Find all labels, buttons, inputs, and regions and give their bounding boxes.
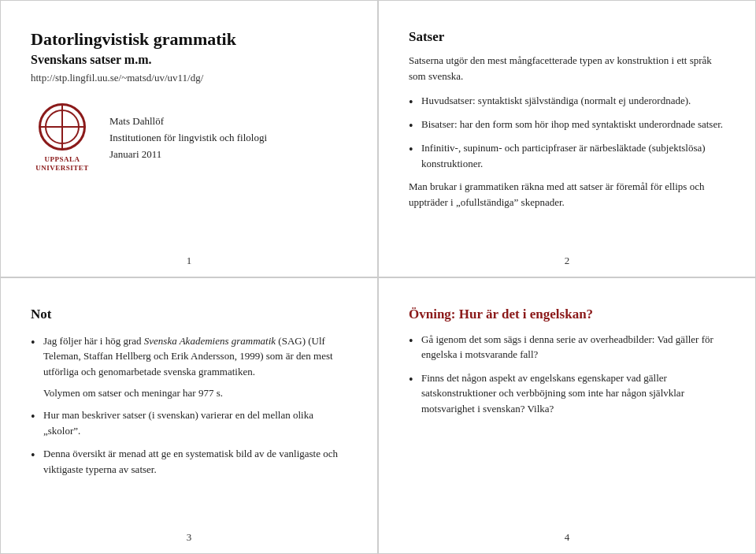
page-4: Övning: Hur är det i engelskan? • Gå ige… <box>378 277 756 555</box>
author-inst: Institutionen för lingvistik och filolog… <box>109 130 267 147</box>
satser-intro: Satserna utgör den mest mångfacetterade … <box>409 53 725 84</box>
bullet-text: Hur man beskriver satser (i svenskan) va… <box>43 407 347 438</box>
bullet-text: Infinitiv-, supinum- och participfraser … <box>421 140 725 171</box>
list-item: • Huvudsatser: syntaktiskt självständiga… <box>409 93 725 109</box>
bullet-text: Huvudsatser: syntaktiskt självständiga (… <box>421 93 691 109</box>
bullet-icon: • <box>409 96 415 109</box>
url-text: http://stp.lingfil.uu.se/~matsd/uv/uv11/… <box>31 72 347 84</box>
list-item: • Jag följer här i hög grad Svenska Akad… <box>31 333 347 380</box>
author-block: UPPSALAUNIVERSITET Mats Dahllöf Institut… <box>31 103 347 173</box>
satser-heading: Satser <box>409 29 725 45</box>
author-name: Mats Dahllöf <box>109 113 267 130</box>
main-title: Datorlingvistisk grammatik <box>31 29 347 50</box>
logo-cross-v <box>61 106 63 148</box>
bullet-text: Bisatser: har den form som hör ihop med … <box>421 117 723 132</box>
bullet-icon: • <box>31 449 37 462</box>
bullet-text: Gå igenom det som sägs i denna serie av … <box>421 332 725 363</box>
list-item: • Gå igenom det som sägs i denna serie a… <box>409 332 725 363</box>
page-3: Not • Jag följer här i hög grad Svenska … <box>0 277 378 555</box>
author-info: Mats Dahllöf Institutionen för lingvisti… <box>109 113 267 162</box>
subtitle: Svenskans satser m.m. <box>31 53 347 67</box>
list-item: • Denna översikt är menad att ge en syst… <box>31 446 347 477</box>
list-item: • Infinitiv-, supinum- och participfrase… <box>409 140 725 171</box>
page-1: Datorlingvistisk grammatik Svenskans sat… <box>0 0 378 277</box>
bullet-icon: • <box>409 335 415 348</box>
logo-block: UPPSALAUNIVERSITET <box>31 103 94 173</box>
bullet-icon: • <box>31 336 37 349</box>
not-bullet-list-2: • Hur man beskriver satser (i svenskan) … <box>31 407 347 477</box>
author-date: Januari 2011 <box>109 147 267 163</box>
bullet-text-before: Jag följer här i hög grad <box>43 335 144 347</box>
page-number-3: 3 <box>187 531 192 544</box>
list-item: • Bisatser: har den form som hör ihop me… <box>409 117 725 132</box>
satser-bullet-list: • Huvudsatser: syntaktiskt självständiga… <box>409 93 725 171</box>
bullet-icon: • <box>409 143 415 156</box>
bullet-text: Finns det någon aspekt av engelskans ege… <box>421 370 725 417</box>
bullet-icon: • <box>31 411 37 423</box>
logo-circle <box>39 103 86 151</box>
vol-text: Volymen om satser och meningar har 977 s… <box>43 387 347 400</box>
page-number-1: 1 <box>187 255 192 267</box>
bullet-text: Denna översikt är menad att ge en system… <box>43 446 347 477</box>
list-item: • Hur man beskriver satser (i svenskan) … <box>31 407 347 438</box>
not-heading: Not <box>31 307 347 322</box>
closing-text: Man brukar i grammatiken räkna med att s… <box>409 179 725 210</box>
logo-text: UPPSALAUNIVERSITET <box>35 155 89 173</box>
bullet-text: Jag följer här i hög grad Svenska Akadem… <box>43 333 347 380</box>
not-bullet-list: • Jag följer här i hög grad Svenska Akad… <box>31 333 347 380</box>
list-item: • Finns det någon aspekt av engelskans e… <box>409 370 725 417</box>
ovning-bullet-list: • Gå igenom det som sägs i denna serie a… <box>409 332 725 417</box>
page-2: Satser Satserna utgör den mest mångfacet… <box>378 0 756 277</box>
bullet-icon: • <box>409 120 415 132</box>
page-number-2: 2 <box>565 255 570 267</box>
ovning-heading: Övning: Hur är det i engelskan? <box>409 307 725 322</box>
page-number-4: 4 <box>565 531 570 544</box>
bullet-icon: • <box>409 374 415 386</box>
bullet-italic: Svenska Akademiens grammatik <box>144 335 276 347</box>
